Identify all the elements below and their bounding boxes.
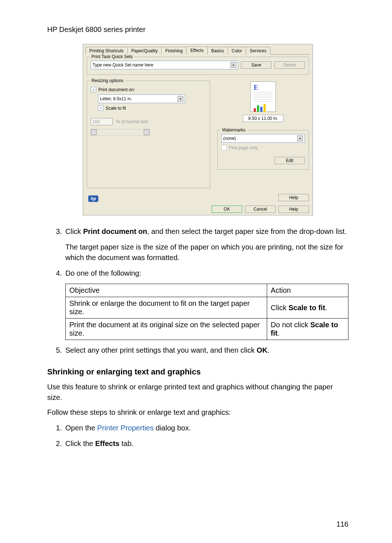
checkbox-icon: ✓	[98, 105, 103, 111]
chevron-down-icon[interactable]: ▾	[177, 96, 183, 102]
section-heading: Shrinking or enlarging text and graphics	[47, 367, 348, 377]
text-bold: Print document on	[83, 227, 147, 235]
dialog-tabs: Printing Shortcuts Paper/Quality Finishi…	[85, 46, 310, 54]
chevron-down-icon[interactable]: ▾	[230, 62, 236, 68]
percent-label: % of normal size	[116, 119, 148, 124]
text-bold: Effects	[95, 439, 119, 447]
print-document-on-checkbox[interactable]: ✓ Print document on:	[91, 87, 206, 92]
link-printer-properties[interactable]: Printer Properties	[97, 424, 154, 432]
watermarks-group: Watermarks (none) ▾ First page only Edit	[217, 130, 309, 170]
text: Click	[271, 304, 289, 312]
resizing-options-group: Resizing options ✓ Print document on: Le…	[87, 81, 210, 188]
cancel-button[interactable]: Cancel	[245, 206, 275, 213]
preview-size-text: 8.50 x 11.00 in.	[243, 115, 283, 122]
text-bold: OK	[257, 346, 268, 354]
checkbox-icon	[221, 145, 227, 150]
checkbox-icon: ✓	[91, 87, 96, 92]
tab-effects[interactable]: Effects	[186, 46, 207, 54]
text-bold: Scale to fit	[289, 304, 325, 312]
scale-to-fit-checkbox[interactable]: ✓ Scale to fit	[98, 105, 206, 111]
step-4: 4.Do one of the following:	[56, 268, 348, 279]
table-header-action: Action	[267, 284, 348, 297]
step-5: 5.Select any other print settings that y…	[56, 345, 348, 356]
text: dialog box.	[154, 424, 191, 432]
edit-button[interactable]: Edit	[274, 157, 305, 164]
print-document-on-label: Print document on:	[98, 87, 135, 92]
tab-printing-shortcuts[interactable]: Printing Shortcuts	[85, 47, 128, 54]
preview-bars-icon	[254, 104, 273, 112]
target-paper-size-value: Letter, 8.5x11 in.	[100, 96, 132, 101]
step-3: 3.Click Print document on, and then sele…	[56, 226, 348, 237]
text: Do one of the following:	[65, 269, 141, 277]
first-page-only-checkbox: First page only	[221, 145, 305, 150]
page-preview: E	[250, 81, 276, 112]
preview-letter-icon: E	[254, 84, 258, 91]
ok-button[interactable]: OK	[212, 206, 242, 213]
quick-set-placeholder: Type new Quick Set name here	[93, 62, 153, 68]
text: Do not click	[271, 321, 310, 329]
step-3-para2: The target paper size is the size of the…	[65, 242, 348, 263]
scale-to-fit-label: Scale to fit	[106, 106, 126, 111]
watermarks-legend: Watermarks	[221, 127, 247, 133]
quick-sets-group: Print Task Quick Sets Type new Quick Set…	[87, 57, 309, 75]
objective-action-table: Objective Action Shrink or enlarge the d…	[65, 284, 348, 340]
watermark-combo[interactable]: (none) ▾	[221, 134, 305, 143]
first-page-only-label: First page only	[229, 145, 258, 150]
watermark-value: (none)	[223, 136, 236, 141]
document-header: HP Deskjet 6800 series printer	[47, 25, 348, 34]
target-paper-size-combo[interactable]: Letter, 8.5x11 in. ▾	[98, 94, 185, 103]
step2-1: 1.Open the Printer Properties dialog box…	[56, 423, 348, 433]
page-number: 116	[336, 520, 348, 528]
table-header-objective: Objective	[66, 284, 267, 297]
section-paragraph-1: Use this feature to shrink or enlarge pr…	[47, 382, 348, 403]
tab-services[interactable]: Services	[246, 47, 270, 54]
quick-set-name-combo[interactable]: Type new Quick Set name here ▾	[91, 61, 238, 69]
footer-help-button[interactable]: Help	[278, 206, 309, 213]
delete-button: Delete	[274, 61, 305, 69]
tab-paper-quality[interactable]: Paper/Quality	[127, 47, 162, 54]
tab-finishing[interactable]: Finishing	[161, 47, 187, 54]
table-cell: Click Scale to fit.	[267, 297, 348, 319]
text: Click	[65, 227, 83, 235]
text: Click the	[65, 439, 95, 447]
section-paragraph-2: Follow these steps to shrink or enlarge …	[47, 407, 348, 418]
text: Select any other print settings that you…	[65, 346, 257, 354]
tab-basics[interactable]: Basics	[207, 47, 228, 54]
text: tab.	[119, 439, 134, 447]
table-cell: Do not click Scale to fit.	[267, 319, 348, 340]
text: , and then select the target paper size …	[147, 227, 347, 235]
chevron-down-icon[interactable]: ▾	[297, 135, 303, 141]
percent-slider	[91, 129, 150, 135]
printer-properties-dialog: Printing Shortcuts Paper/Quality Finishi…	[83, 44, 313, 215]
help-button[interactable]: Help	[278, 194, 309, 201]
table-cell: Print the document at its original size …	[66, 319, 267, 340]
hp-logo-icon: hp	[88, 195, 98, 202]
quick-sets-legend: Print Task Quick Sets	[90, 54, 134, 59]
step2-2: 2.Click the Effects tab.	[56, 438, 348, 449]
table-row: Shrink or enlarge the document to fit on…	[66, 297, 348, 319]
save-button[interactable]: Save	[241, 61, 271, 69]
percent-input: 100	[91, 118, 113, 125]
table-row: Objective Action	[66, 284, 348, 297]
table-row: Print the document at its original size …	[66, 319, 348, 340]
preview-lines-icon	[254, 92, 273, 102]
dialog-footer: OK Cancel Help	[85, 202, 310, 213]
table-cell: Shrink or enlarge the document to fit on…	[66, 297, 267, 319]
resizing-legend: Resizing options	[90, 78, 125, 83]
tab-color[interactable]: Color	[228, 47, 246, 54]
dialog-screenshot: Printing Shortcuts Paper/Quality Finishi…	[47, 44, 348, 215]
text: Open the	[65, 424, 97, 432]
